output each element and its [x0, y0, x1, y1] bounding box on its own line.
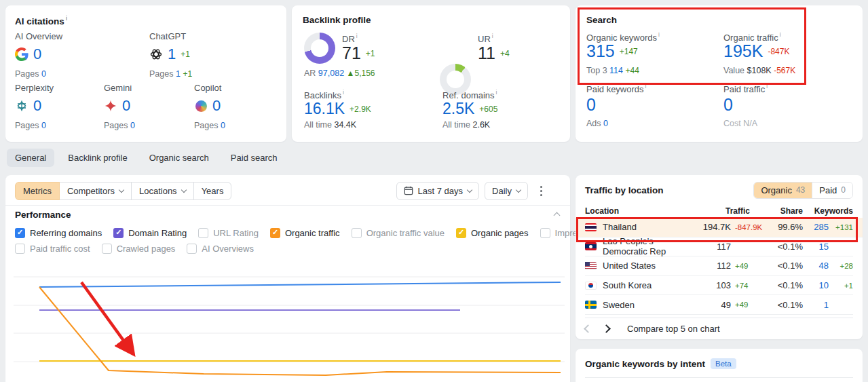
- organic-traffic-sub: Value $108K -567K: [723, 66, 795, 75]
- date-controls: Last 7 days Daily: [396, 182, 548, 200]
- refdomains-label[interactable]: Ref. domains: [442, 89, 497, 100]
- perplexity-icon: [15, 99, 29, 113]
- more-options-kebab-menu[interactable]: [533, 182, 548, 199]
- checkbox-ai-overviews[interactable]: AI Overviews: [187, 244, 254, 254]
- paid-keywords-value-link[interactable]: 0: [586, 96, 596, 113]
- checkbox-box: [270, 228, 280, 238]
- keywords-count-link[interactable]: 48: [803, 261, 829, 271]
- ar-value-link[interactable]: 97,082: [318, 69, 344, 78]
- site-explorer-overview: AI citations AI Overview 0 Pages 0 ChatG…: [0, 0, 868, 382]
- calendar-icon: [404, 186, 413, 195]
- metric-checkbox-row-2: Paid traffic cost Crawled pages AI Overv…: [15, 244, 563, 254]
- ur-label[interactable]: UR: [478, 33, 493, 44]
- tab-organic-search[interactable]: Organic search: [141, 149, 217, 167]
- checkbox-box: [15, 244, 25, 254]
- competitors-filter-button[interactable]: Competitors: [59, 182, 132, 200]
- organic-traffic-change: -847K: [768, 47, 789, 56]
- table-row-laos[interactable]: Lao People's Democratic Rep 117 <0.1% 15: [585, 237, 853, 257]
- keywords-count-link[interactable]: 1: [803, 300, 829, 310]
- south-korea-flag-icon: [585, 282, 597, 290]
- traffic-by-location-title: Traffic by location: [585, 185, 664, 195]
- metrics-filter-button[interactable]: Metrics: [15, 182, 60, 200]
- collapse-chevron-up-icon[interactable]: [554, 212, 561, 219]
- locations-filter-button[interactable]: Locations: [131, 182, 194, 200]
- granularity-button[interactable]: Daily: [485, 182, 528, 200]
- keywords-count-link[interactable]: 10: [803, 280, 829, 290]
- pagination-next-button[interactable]: [602, 324, 611, 333]
- checkbox-box: [456, 228, 466, 238]
- traffic-by-location-panel: Traffic by location Organic 43 Paid 0 Lo…: [575, 175, 863, 339]
- refdomains-change: +605: [479, 104, 497, 114]
- search-title: Search: [586, 15, 617, 25]
- checkbox-crawled-pages[interactable]: Crawled pages: [102, 244, 176, 254]
- overview-nav-tabs: General Backlink profile Organic search …: [7, 149, 286, 167]
- ads-value-link[interactable]: 0: [603, 119, 608, 128]
- divider: [5, 205, 570, 206]
- table-row-thailand[interactable]: Thailand 194.7K -847.9K 99.6% 285 +131: [575, 218, 863, 237]
- chatgpt-change: +1: [181, 50, 190, 59]
- organic-traffic-value-link[interactable]: 195K: [723, 43, 763, 60]
- perplexity-stat: Perplexity 0 Pages 0: [15, 83, 54, 130]
- checkbox-organic-traffic[interactable]: Organic traffic: [270, 228, 340, 238]
- paid-traffic-value-link[interactable]: 0: [723, 96, 733, 113]
- ai-citations-card: AI citations AI Overview 0 Pages 0 ChatG…: [5, 5, 286, 142]
- backlinks-label[interactable]: Backlinks: [304, 89, 344, 100]
- checkbox-referring-domains[interactable]: Referring domains: [15, 228, 102, 238]
- perplexity-value: 0: [33, 98, 41, 113]
- chevron-down-icon: [516, 187, 521, 192]
- table-row-united-states[interactable]: United States 112 +49 <0.1% 48 +28: [585, 256, 853, 276]
- years-filter-button[interactable]: Years: [193, 182, 232, 200]
- perplexity-pages-link[interactable]: 0: [41, 121, 46, 130]
- dr-label[interactable]: DR: [342, 33, 358, 44]
- organic-keywords-value-link[interactable]: 315: [586, 43, 615, 60]
- chatgpt-pages-link[interactable]: 1: [176, 69, 181, 79]
- gemini-value: 0: [122, 98, 130, 113]
- copilot-stat: Copilot 0 Pages 0: [194, 83, 225, 130]
- refdomains-value-link[interactable]: 2.5K: [442, 101, 474, 117]
- checkbox-domain-rating[interactable]: Domain Rating: [113, 228, 187, 238]
- dr-donut-gauge: [304, 33, 335, 64]
- chevron-down-icon: [467, 187, 472, 192]
- date-range-button[interactable]: Last 7 days: [396, 182, 480, 200]
- checkbox-box: [198, 228, 208, 238]
- toggle-organic[interactable]: Organic 43: [754, 183, 812, 198]
- keywords-by-intent-title: Organic keywords by intent: [585, 359, 705, 369]
- metric-checkbox-row-1: Referring domains Domain Rating URL Rati…: [15, 228, 563, 238]
- tab-paid-search[interactable]: Paid search: [223, 149, 286, 167]
- compare-top5-link[interactable]: Compare top 5 on chart: [627, 324, 720, 334]
- performance-section-title: Performance: [15, 210, 71, 220]
- ur-value: 11: [478, 45, 495, 62]
- backlinks-value-link[interactable]: 16.1K: [304, 101, 345, 117]
- keywords-by-intent-panel: Organic keywords by intent Beta: [575, 349, 863, 382]
- location-table-header: Location Traffic Share Keywords: [585, 205, 853, 218]
- pagination-prev-button[interactable]: [584, 324, 592, 333]
- red-arrow-annotation: [81, 282, 131, 351]
- chart-gridlines: [14, 277, 565, 362]
- checkbox-paid-traffic-cost[interactable]: Paid traffic cost: [15, 244, 90, 254]
- checkbox-box: [102, 244, 112, 254]
- checkbox-organic-pages[interactable]: Organic pages: [456, 228, 529, 238]
- toggle-paid[interactable]: Paid 0: [812, 183, 852, 198]
- top3-value-link[interactable]: 114: [609, 66, 623, 75]
- organic-keywords-sub: Top 3 114 +44: [586, 66, 639, 75]
- location-table-body: Thailand 194.7K -847.9K 99.6% 285 +131 L…: [585, 218, 853, 315]
- gemini-pages-link[interactable]: 0: [130, 121, 135, 130]
- ai-overview-pages-link[interactable]: 0: [41, 69, 46, 79]
- organic-paid-toggle: Organic 43 Paid 0: [753, 182, 853, 199]
- keywords-count-link[interactable]: 285: [803, 222, 829, 232]
- cost-line: Cost N/A: [723, 119, 757, 128]
- backlink-profile-title: Backlink profile: [303, 15, 371, 25]
- table-row-south-korea[interactable]: South Korea 103 +74 <0.1% 10 +1: [585, 276, 853, 296]
- keywords-count-link[interactable]: 15: [803, 242, 829, 252]
- checkbox-organic-traffic-value[interactable]: Organic traffic value: [352, 228, 445, 238]
- paid-keywords-label[interactable]: Paid keywords: [586, 83, 646, 94]
- checkbox-url-rating[interactable]: URL Rating: [198, 228, 259, 238]
- paid-traffic-label[interactable]: Paid traffic: [723, 83, 768, 94]
- performance-line-chart[interactable]: [10, 262, 569, 382]
- table-row-sweden[interactable]: Sweden 49 +49 <0.1% 1: [585, 295, 853, 315]
- backlink-profile-card: Backlink profile DR 71 +1 AR 97,082 ▲5,1…: [292, 5, 570, 142]
- ur-change: +4: [500, 49, 510, 58]
- tab-backlink-profile[interactable]: Backlink profile: [60, 149, 135, 167]
- copilot-pages-link[interactable]: 0: [221, 121, 225, 130]
- tab-general[interactable]: General: [7, 149, 54, 167]
